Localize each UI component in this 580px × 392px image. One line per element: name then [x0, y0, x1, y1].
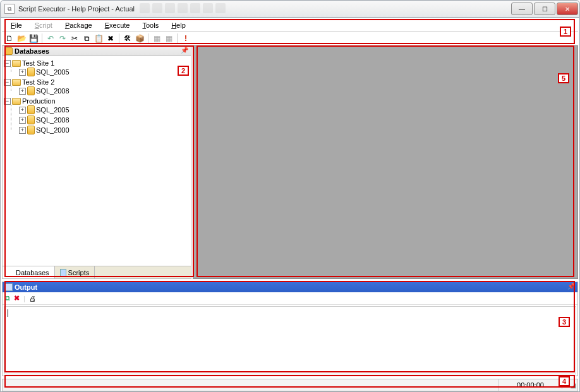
tree-node-sql2005-a[interactable]: + SQL_2005	[19, 68, 190, 76]
folder-icon	[12, 98, 21, 105]
clear-icon[interactable]: ✖	[14, 294, 20, 302]
pin-icon[interactable]: 📌	[181, 47, 188, 54]
tree-label: SQL_2008	[36, 87, 69, 95]
database-icon	[8, 269, 14, 276]
menu-file[interactable]: File	[4, 20, 28, 30]
open-icon[interactable]: 📂	[16, 33, 27, 44]
print-icon[interactable]: 🖨	[29, 295, 36, 302]
alert-icon[interactable]: !	[181, 33, 191, 44]
output-panel: Output 📌 ⧉ ✖ | 🖨	[2, 282, 578, 376]
tree-label: SQL_2000	[36, 126, 69, 134]
toolbar: 🗋 📂 💾 ↶ ↷ ✂ ⧉ 📋 ✖ 🛠 📦 ▦ ▦ !	[2, 32, 578, 45]
database-icon	[27, 116, 35, 124]
folder-icon	[12, 79, 21, 86]
databases-tree[interactable]: − Test Site 1 + SQL_2005	[3, 56, 191, 266]
stop-icon[interactable]: ▦	[164, 33, 174, 44]
pin-icon[interactable]: 📌	[567, 283, 575, 290]
tree-node-production[interactable]: − Production	[4, 97, 190, 105]
menu-execute[interactable]: Execute	[99, 20, 136, 30]
maximize-button[interactable]: ☐	[534, 3, 555, 15]
toolbar-separator	[177, 33, 178, 44]
database-icon	[27, 105, 35, 114]
database-icon	[5, 47, 13, 55]
tree-node-sql2000[interactable]: + SQL_2000	[19, 126, 190, 134]
status-time: 00:00:00	[499, 381, 562, 389]
tab-label: Scripts	[68, 269, 90, 276]
tree-label: Production	[22, 97, 56, 105]
close-button[interactable]: ✕	[557, 3, 578, 15]
databases-panel: Databases 📌 − Test Site 1 +	[2, 45, 191, 279]
output-icon	[5, 283, 13, 291]
tab-scripts[interactable]: Scripts	[55, 266, 95, 278]
collapse-icon[interactable]: −	[4, 98, 11, 105]
tree-label: Test Site 1	[22, 59, 54, 67]
tree-node-testsite2[interactable]: − Test Site 2	[4, 78, 190, 86]
side-panel-tabs: Databases Scripts	[3, 266, 191, 278]
new-icon[interactable]: 🗋	[4, 33, 15, 44]
window-titlebar: ⧉ Script Executor - Help Project - Actua…	[0, 0, 580, 18]
script-icon	[60, 269, 66, 276]
delete-icon[interactable]: ✖	[106, 33, 116, 44]
options-icon[interactable]: 🛠	[123, 33, 133, 44]
toolbar-separator	[119, 33, 119, 44]
expand-icon[interactable]: +	[19, 69, 26, 76]
cut-icon[interactable]: ✂	[69, 33, 80, 44]
app-icon: ⧉	[4, 4, 15, 14]
database-icon	[27, 86, 35, 95]
expand-icon[interactable]: +	[19, 107, 26, 114]
folder-icon	[12, 60, 21, 67]
tab-databases[interactable]: Databases	[3, 266, 55, 278]
menu-help[interactable]: Help	[165, 20, 192, 30]
database-icon	[27, 68, 35, 76]
menu-tools[interactable]: Tools	[136, 20, 165, 30]
window-body: File Script Package Execute Tools Help 🗋…	[0, 18, 580, 392]
database-icon	[27, 126, 35, 134]
toolbar-separator: |	[23, 295, 25, 302]
menu-bar: File Script Package Execute Tools Help	[2, 19, 578, 32]
databases-panel-header: Databases 📌	[3, 46, 191, 56]
main-area: Databases 📌 − Test Site 1 +	[2, 45, 578, 279]
undo-icon[interactable]: ↶	[45, 33, 56, 44]
package-icon[interactable]: 📦	[135, 33, 145, 44]
paste-icon[interactable]: 📋	[94, 33, 104, 44]
tree-node-sql2005-b[interactable]: + SQL_2005	[19, 105, 190, 114]
tree-node-sql2008-b[interactable]: + SQL_2008	[19, 116, 190, 124]
tree-label: SQL_2008	[36, 116, 69, 124]
output-panel-header: Output 📌	[3, 282, 577, 292]
tab-label: Databases	[16, 269, 49, 276]
redo-icon[interactable]: ↷	[57, 33, 68, 44]
status-cell	[3, 379, 499, 391]
copy-icon[interactable]: ⧉	[82, 33, 92, 44]
menu-package[interactable]: Package	[59, 20, 99, 30]
tree-node-testsite1[interactable]: − Test Site 1	[4, 59, 190, 67]
tree-node-sql2008-a[interactable]: + SQL_2008	[19, 86, 190, 95]
text-cursor	[8, 309, 8, 317]
background-controls	[140, 3, 226, 13]
resize-grip-icon[interactable]: ◢	[562, 381, 577, 389]
menu-script[interactable]: Script	[28, 20, 59, 30]
collapse-icon[interactable]: −	[4, 79, 11, 86]
expand-icon[interactable]: +	[19, 88, 26, 95]
tree-label: SQL_2005	[36, 106, 69, 114]
toolbar-separator	[148, 33, 148, 44]
mdi-client-area	[193, 45, 578, 279]
collapse-icon[interactable]: −	[4, 60, 11, 67]
save-icon[interactable]: 💾	[28, 33, 39, 44]
expand-icon[interactable]: +	[19, 127, 26, 134]
status-bar: 00:00:00 ◢	[2, 379, 578, 391]
tree-label: SQL_2005	[36, 68, 69, 76]
output-toolbar: ⧉ ✖ | 🖨	[3, 292, 577, 305]
databases-panel-title: Databases	[15, 47, 49, 55]
window-title: Script Executor - Help Project - Actual	[18, 5, 135, 13]
minimize-button[interactable]: —	[511, 3, 533, 15]
run-icon[interactable]: ▦	[152, 33, 162, 44]
output-text-area[interactable]	[4, 306, 576, 374]
tree-label: Test Site 2	[22, 78, 54, 86]
toolbar-separator	[42, 33, 42, 44]
expand-icon[interactable]: +	[19, 117, 26, 124]
copy-icon[interactable]: ⧉	[5, 294, 10, 302]
output-panel-title: Output	[15, 283, 37, 291]
